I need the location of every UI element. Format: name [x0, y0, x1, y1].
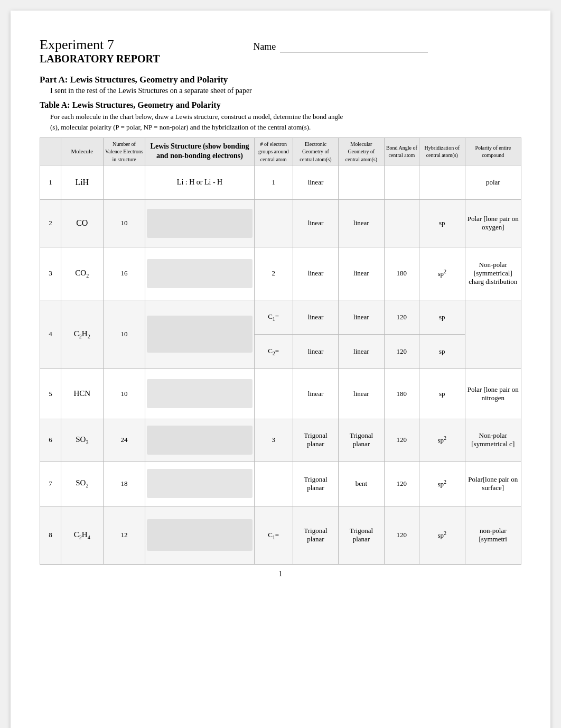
cell-lewis-8 [145, 506, 254, 564]
table-header-row: Molecule Number of Valence Electrons in … [40, 138, 521, 165]
cell-eg-7 [254, 461, 293, 506]
cell-val-8: 12 [103, 506, 145, 564]
cell-ba-7: 120 [384, 461, 419, 506]
cell-mgeo-2: linear [339, 199, 384, 247]
cell-eg-2 [254, 199, 293, 247]
cell-num-2: 2 [40, 199, 61, 247]
cell-val-3: 16 [103, 247, 145, 300]
table-row: 1 LiH Li : H or Li - H 1 linear polar [40, 165, 521, 199]
lewis-placeholder-6 [147, 426, 252, 455]
cell-mol-5: HCN [61, 368, 103, 419]
cell-eg-1: 1 [254, 165, 293, 199]
cell-mol-3: CO2 [61, 247, 103, 300]
cell-egeo-4a: linear [293, 300, 338, 334]
lewis-placeholder-2 [147, 209, 252, 238]
cell-num-8: 8 [40, 506, 61, 564]
cell-mgeo-4a: linear [339, 300, 384, 334]
cell-mgeo-4b: linear [339, 334, 384, 368]
experiment-title: Experiment 7 [40, 37, 160, 53]
cell-lewis-6 [145, 419, 254, 461]
cell-pol-4 [465, 300, 521, 368]
col-header-lewis: Lewis Structure (show bonding and non-bo… [145, 138, 254, 165]
cell-hyb-8: sp2 [419, 506, 465, 564]
table-row: 8 C2H4 12 C1= Trigonal planar Trigonal p… [40, 506, 521, 564]
cell-hyb-4b: sp [419, 334, 465, 368]
cell-val-2: 10 [103, 199, 145, 247]
cell-val-5: 10 [103, 368, 145, 419]
cell-pol-7: Polar[lone pair on surface] [465, 461, 521, 506]
cell-mgeo-3: linear [339, 247, 384, 300]
part-a-section: Part A: Lewis Structures, Geometry and P… [40, 75, 521, 95]
name-label: Name [253, 41, 276, 52]
col-header-hyb: Hybridization of central atom(s) [419, 138, 465, 165]
part-a-subtitle: I sent in the rest of the Lewis Structur… [50, 87, 521, 95]
cell-egeo-6: Trigonal planar [293, 419, 338, 461]
cell-eg-4a: C1= [254, 300, 293, 334]
lewis-placeholder-8 [147, 519, 252, 551]
table-a-description: For each molecule in the chart below, dr… [50, 112, 521, 132]
name-line [280, 42, 428, 52]
cell-val-7: 18 [103, 461, 145, 506]
table-row: 4 C2H2 10 C1= linear linear 120 sp [40, 300, 521, 334]
cell-mgeo-7: bent [339, 461, 384, 506]
cell-mgeo-6: Trigonal planar [339, 419, 384, 461]
cell-egeo-3: linear [293, 247, 338, 300]
cell-pol-3: Non-polar [symmetrical] charg distributi… [465, 247, 521, 300]
cell-eg-5 [254, 368, 293, 419]
table-row: 5 HCN 10 linear linear 180 sp Polar [lon… [40, 368, 521, 419]
cell-eg-4b: C2= [254, 334, 293, 368]
page: Experiment 7 LABORATORY REPORT Name Part… [11, 11, 550, 728]
cell-mgeo-1 [339, 165, 384, 199]
cell-ba-4b: 120 [384, 334, 419, 368]
cell-ba-3: 180 [384, 247, 419, 300]
table-row: 2 CO 10 linear linear sp Polar [lone pai… [40, 199, 521, 247]
cell-egeo-1: linear [293, 165, 338, 199]
part-a-title: Part A: Lewis Structures, Geometry and P… [40, 75, 521, 85]
table-row: 7 SO2 18 Trigonal planar bent 120 sp2 Po… [40, 461, 521, 506]
cell-num-7: 7 [40, 461, 61, 506]
cell-lewis-7 [145, 461, 254, 506]
cell-hyb-2: sp [419, 199, 465, 247]
cell-num-1: 1 [40, 165, 61, 199]
page-number: 1 [40, 570, 521, 578]
col-header-num [40, 138, 61, 165]
cell-egeo-5: linear [293, 368, 338, 419]
lewis-placeholder-3 [147, 259, 252, 288]
cell-num-3: 3 [40, 247, 61, 300]
cell-ba-2 [384, 199, 419, 247]
cell-hyb-4a: sp [419, 300, 465, 334]
cell-hyb-6: sp2 [419, 419, 465, 461]
cell-hyb-7: sp2 [419, 461, 465, 506]
cell-mol-8: C2H4 [61, 506, 103, 564]
header-right: Name [160, 37, 521, 52]
cell-num-5: 5 [40, 368, 61, 419]
col-header-ba: Bond Angle of central atom [384, 138, 419, 165]
lewis-placeholder-7 [147, 469, 252, 498]
cell-egeo-7: Trigonal planar [293, 461, 338, 506]
col-header-mgeo: Molecular Geometry of central atom(s) [339, 138, 384, 165]
cell-mgeo-8: Trigonal planar [339, 506, 384, 564]
cell-mol-1: LiH [61, 165, 103, 199]
table-row: 6 SO3 24 3 Trigonal planar Trigonal plan… [40, 419, 521, 461]
header: Experiment 7 LABORATORY REPORT Name [40, 37, 521, 65]
table-a-title: Table A: Lewis Structures, Geometry and … [40, 100, 521, 110]
table-a-section: Table A: Lewis Structures, Geometry and … [40, 100, 521, 132]
table-row: 3 CO2 16 2 linear linear 180 sp2 Non-pol… [40, 247, 521, 300]
cell-lewis-2 [145, 199, 254, 247]
cell-hyb-1 [419, 165, 465, 199]
cell-eg-8: C1= [254, 506, 293, 564]
cell-ba-1 [384, 165, 419, 199]
cell-ba-6: 120 [384, 419, 419, 461]
cell-lewis-5 [145, 368, 254, 419]
cell-val-6: 24 [103, 419, 145, 461]
cell-val-4: 10 [103, 300, 145, 368]
cell-lewis-4 [145, 300, 254, 368]
cell-pol-5: Polar [lone pair on nitrogen [465, 368, 521, 419]
cell-mol-7: SO2 [61, 461, 103, 506]
cell-eg-6: 3 [254, 419, 293, 461]
lewis-placeholder-4 [147, 316, 252, 353]
col-header-valence: Number of Valence Electrons in structure [103, 138, 145, 165]
main-table: Molecule Number of Valence Electrons in … [40, 137, 521, 565]
cell-eg-3: 2 [254, 247, 293, 300]
cell-lewis-1: Li : H or Li - H [145, 165, 254, 199]
